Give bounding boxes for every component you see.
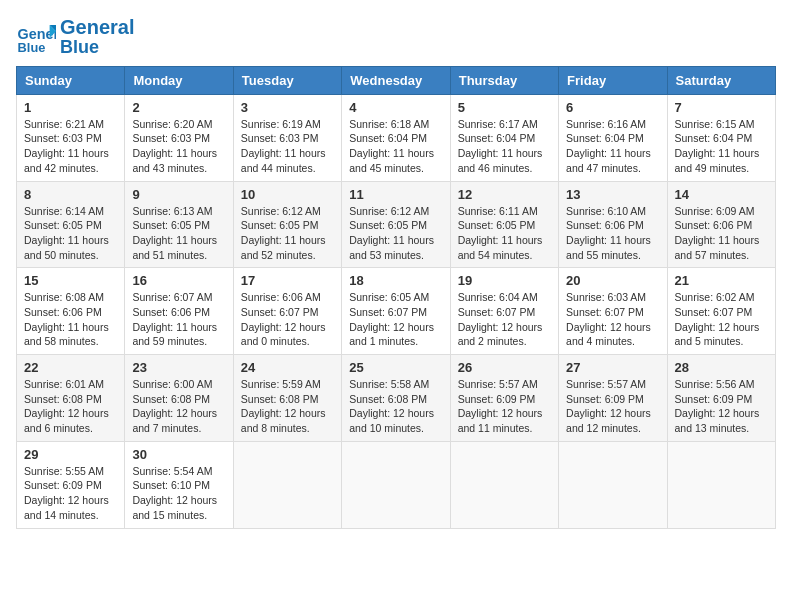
day-number: 29 [24,447,117,462]
day-info: Sunrise: 6:16 AM Sunset: 6:04 PM Dayligh… [566,117,659,176]
calendar-week-5: 29 Sunrise: 5:55 AM Sunset: 6:09 PM Dayl… [17,441,776,528]
calendar-cell: 27 Sunrise: 5:57 AM Sunset: 6:09 PM Dayl… [559,355,667,442]
day-number: 23 [132,360,225,375]
day-info: Sunrise: 5:57 AM Sunset: 6:09 PM Dayligh… [458,377,551,436]
day-number: 11 [349,187,442,202]
calendar-cell: 21 Sunrise: 6:02 AM Sunset: 6:07 PM Dayl… [667,268,775,355]
day-info: Sunrise: 5:54 AM Sunset: 6:10 PM Dayligh… [132,464,225,523]
calendar-cell: 20 Sunrise: 6:03 AM Sunset: 6:07 PM Dayl… [559,268,667,355]
calendar-cell: 30 Sunrise: 5:54 AM Sunset: 6:10 PM Dayl… [125,441,233,528]
day-info: Sunrise: 6:01 AM Sunset: 6:08 PM Dayligh… [24,377,117,436]
day-info: Sunrise: 6:03 AM Sunset: 6:07 PM Dayligh… [566,290,659,349]
day-info: Sunrise: 5:56 AM Sunset: 6:09 PM Dayligh… [675,377,768,436]
calendar-cell: 3 Sunrise: 6:19 AM Sunset: 6:03 PM Dayli… [233,94,341,181]
day-number: 16 [132,273,225,288]
calendar-table: SundayMondayTuesdayWednesdayThursdayFrid… [16,66,776,529]
day-info: Sunrise: 6:05 AM Sunset: 6:07 PM Dayligh… [349,290,442,349]
day-number: 26 [458,360,551,375]
day-info: Sunrise: 6:18 AM Sunset: 6:04 PM Dayligh… [349,117,442,176]
calendar-cell: 19 Sunrise: 6:04 AM Sunset: 6:07 PM Dayl… [450,268,558,355]
calendar-cell [559,441,667,528]
col-header-sunday: Sunday [17,66,125,94]
calendar-cell: 24 Sunrise: 5:59 AM Sunset: 6:08 PM Dayl… [233,355,341,442]
day-info: Sunrise: 6:09 AM Sunset: 6:06 PM Dayligh… [675,204,768,263]
calendar-cell: 26 Sunrise: 5:57 AM Sunset: 6:09 PM Dayl… [450,355,558,442]
calendar-cell: 17 Sunrise: 6:06 AM Sunset: 6:07 PM Dayl… [233,268,341,355]
calendar-cell: 25 Sunrise: 5:58 AM Sunset: 6:08 PM Dayl… [342,355,450,442]
day-number: 28 [675,360,768,375]
calendar-cell: 7 Sunrise: 6:15 AM Sunset: 6:04 PM Dayli… [667,94,775,181]
calendar-cell: 5 Sunrise: 6:17 AM Sunset: 6:04 PM Dayli… [450,94,558,181]
logo-line2: Blue [60,38,134,58]
day-info: Sunrise: 6:13 AM Sunset: 6:05 PM Dayligh… [132,204,225,263]
calendar-cell: 22 Sunrise: 6:01 AM Sunset: 6:08 PM Dayl… [17,355,125,442]
calendar-cell: 6 Sunrise: 6:16 AM Sunset: 6:04 PM Dayli… [559,94,667,181]
col-header-tuesday: Tuesday [233,66,341,94]
calendar-cell: 9 Sunrise: 6:13 AM Sunset: 6:05 PM Dayli… [125,181,233,268]
day-number: 8 [24,187,117,202]
calendar-cell: 4 Sunrise: 6:18 AM Sunset: 6:04 PM Dayli… [342,94,450,181]
svg-text:Blue: Blue [18,40,46,55]
logo-line1: General [60,16,134,38]
calendar-week-1: 1 Sunrise: 6:21 AM Sunset: 6:03 PM Dayli… [17,94,776,181]
calendar-cell: 2 Sunrise: 6:20 AM Sunset: 6:03 PM Dayli… [125,94,233,181]
calendar-cell: 10 Sunrise: 6:12 AM Sunset: 6:05 PM Dayl… [233,181,341,268]
calendar-cell: 23 Sunrise: 6:00 AM Sunset: 6:08 PM Dayl… [125,355,233,442]
day-info: Sunrise: 5:55 AM Sunset: 6:09 PM Dayligh… [24,464,117,523]
day-number: 2 [132,100,225,115]
calendar-cell [450,441,558,528]
logo: General Blue General Blue [16,16,134,58]
day-number: 15 [24,273,117,288]
day-number: 5 [458,100,551,115]
day-number: 7 [675,100,768,115]
day-number: 18 [349,273,442,288]
day-info: Sunrise: 6:14 AM Sunset: 6:05 PM Dayligh… [24,204,117,263]
day-info: Sunrise: 6:00 AM Sunset: 6:08 PM Dayligh… [132,377,225,436]
day-number: 3 [241,100,334,115]
day-info: Sunrise: 6:08 AM Sunset: 6:06 PM Dayligh… [24,290,117,349]
calendar-cell: 28 Sunrise: 5:56 AM Sunset: 6:09 PM Dayl… [667,355,775,442]
page-header: General Blue General Blue [16,16,776,58]
day-number: 20 [566,273,659,288]
day-info: Sunrise: 6:02 AM Sunset: 6:07 PM Dayligh… [675,290,768,349]
day-info: Sunrise: 6:10 AM Sunset: 6:06 PM Dayligh… [566,204,659,263]
day-info: Sunrise: 6:21 AM Sunset: 6:03 PM Dayligh… [24,117,117,176]
day-info: Sunrise: 6:17 AM Sunset: 6:04 PM Dayligh… [458,117,551,176]
day-number: 30 [132,447,225,462]
day-info: Sunrise: 6:11 AM Sunset: 6:05 PM Dayligh… [458,204,551,263]
calendar-cell: 14 Sunrise: 6:09 AM Sunset: 6:06 PM Dayl… [667,181,775,268]
day-info: Sunrise: 6:15 AM Sunset: 6:04 PM Dayligh… [675,117,768,176]
day-info: Sunrise: 5:58 AM Sunset: 6:08 PM Dayligh… [349,377,442,436]
day-number: 17 [241,273,334,288]
calendar-week-4: 22 Sunrise: 6:01 AM Sunset: 6:08 PM Dayl… [17,355,776,442]
day-number: 4 [349,100,442,115]
day-number: 14 [675,187,768,202]
col-header-friday: Friday [559,66,667,94]
col-header-wednesday: Wednesday [342,66,450,94]
calendar-cell: 13 Sunrise: 6:10 AM Sunset: 6:06 PM Dayl… [559,181,667,268]
day-info: Sunrise: 6:19 AM Sunset: 6:03 PM Dayligh… [241,117,334,176]
calendar-cell: 29 Sunrise: 5:55 AM Sunset: 6:09 PM Dayl… [17,441,125,528]
day-info: Sunrise: 6:04 AM Sunset: 6:07 PM Dayligh… [458,290,551,349]
calendar-cell: 12 Sunrise: 6:11 AM Sunset: 6:05 PM Dayl… [450,181,558,268]
calendar-cell [667,441,775,528]
day-number: 13 [566,187,659,202]
col-header-monday: Monday [125,66,233,94]
calendar-cell: 11 Sunrise: 6:12 AM Sunset: 6:05 PM Dayl… [342,181,450,268]
day-number: 27 [566,360,659,375]
day-info: Sunrise: 6:12 AM Sunset: 6:05 PM Dayligh… [241,204,334,263]
calendar-week-3: 15 Sunrise: 6:08 AM Sunset: 6:06 PM Dayl… [17,268,776,355]
day-number: 6 [566,100,659,115]
day-number: 10 [241,187,334,202]
calendar-cell [233,441,341,528]
day-info: Sunrise: 6:20 AM Sunset: 6:03 PM Dayligh… [132,117,225,176]
calendar-cell: 16 Sunrise: 6:07 AM Sunset: 6:06 PM Dayl… [125,268,233,355]
calendar-cell: 18 Sunrise: 6:05 AM Sunset: 6:07 PM Dayl… [342,268,450,355]
logo-icon: General Blue [16,17,56,57]
day-number: 21 [675,273,768,288]
col-header-saturday: Saturday [667,66,775,94]
day-info: Sunrise: 5:57 AM Sunset: 6:09 PM Dayligh… [566,377,659,436]
calendar-header-row: SundayMondayTuesdayWednesdayThursdayFrid… [17,66,776,94]
calendar-cell: 8 Sunrise: 6:14 AM Sunset: 6:05 PM Dayli… [17,181,125,268]
day-number: 1 [24,100,117,115]
